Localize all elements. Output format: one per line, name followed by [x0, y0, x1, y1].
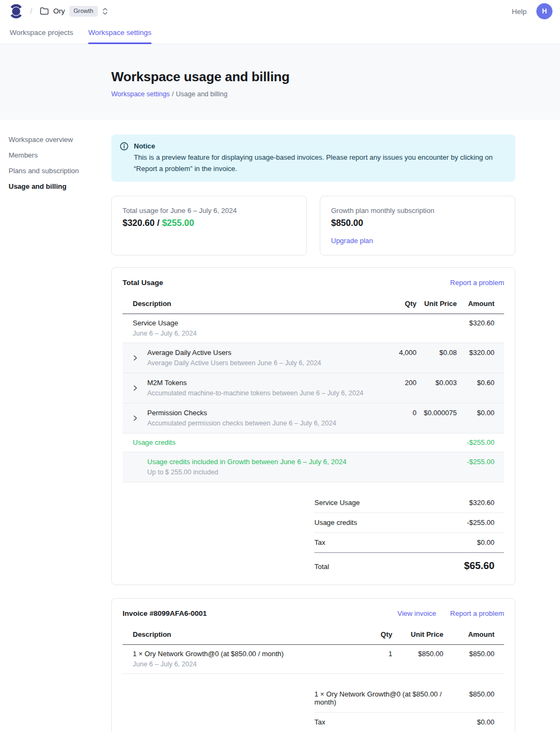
- summary-row-usage-credits: Usage credits -$255.00: [314, 513, 504, 533]
- column-amount: Amount: [443, 630, 494, 639]
- workspace-tabs: Workspace projects Workspace settings: [0, 23, 560, 44]
- folder-icon: [40, 7, 49, 15]
- table-row-permission-checks[interactable]: Permission Checks Accumulated permission…: [123, 403, 504, 433]
- sidebar-item-members[interactable]: Members: [0, 147, 111, 163]
- settings-sidebar: Workspace overview Members Plans and sub…: [0, 120, 111, 194]
- row-amount: -$255.00: [457, 438, 494, 447]
- row-amount: $320.60: [457, 319, 494, 328]
- row-title: Usage credits: [133, 438, 175, 447]
- subscription-card-amount: $850.00: [331, 218, 504, 228]
- row-amount: $0.00: [457, 409, 494, 417]
- breadcrumb-current: Usage and billing: [176, 90, 227, 98]
- row-title: Service Usage: [133, 319, 197, 328]
- workspace-name: Ory: [53, 7, 65, 15]
- column-description: Description: [133, 630, 360, 639]
- summary-row-service-usage: Service Usage $320.60: [314, 493, 504, 513]
- sidebar-item-usage-and-billing[interactable]: Usage and billing: [0, 179, 111, 194]
- total-usage-panel: Total Usage Report a problem Description…: [111, 267, 515, 585]
- row-qty: 1: [360, 650, 392, 658]
- breadcrumb-separator: /: [172, 90, 174, 98]
- row-qty: 4,000: [376, 349, 417, 357]
- summary-row-subscription: 1 × Ory Network Growth@0 (at $850.00 / m…: [314, 685, 504, 713]
- chevron-right-icon[interactable]: [133, 385, 147, 391]
- usage-credit-amount: $255.00: [162, 218, 194, 228]
- usage-panel-title: Total Usage: [123, 279, 450, 287]
- workspace-switcher[interactable]: Ory Growth: [40, 6, 108, 17]
- usage-summary: Service Usage $320.60 Usage credits -$25…: [314, 493, 504, 574]
- total-usage-card-label: Total usage for June 6 – July 6, 2024: [123, 207, 296, 215]
- invoice-summary: 1 × Ory Network Growth@0 (at $850.00 / m…: [314, 685, 504, 732]
- summary-row-tax: Tax $0.00: [314, 533, 504, 553]
- row-amount: $320.00: [457, 349, 494, 357]
- breadcrumb-link-workspace-settings[interactable]: Workspace settings: [111, 90, 170, 98]
- ory-logo-icon[interactable]: [10, 3, 23, 19]
- notice-banner: Notice This is a preview feature for dis…: [111, 134, 515, 182]
- column-amount: Amount: [457, 300, 494, 308]
- row-subtitle: Accumulated permission checks between Ju…: [147, 420, 336, 428]
- table-row-growth-subscription: 1 × Ory Network Growth@0 (at $850.00 / m…: [123, 645, 504, 674]
- column-unit-price: Unit Price: [392, 630, 443, 639]
- column-unit-price: Unit Price: [417, 300, 457, 308]
- table-row-service-usage: Service Usage June 6 – July 6, 2024 $320…: [123, 314, 504, 343]
- row-subtitle: June 6 – July 6, 2024: [133, 330, 197, 338]
- table-row-average-daily-active-users[interactable]: Average Daily Active Users Average Daily…: [123, 343, 504, 373]
- row-subtitle: Average Daily Active Users between June …: [147, 359, 321, 367]
- help-link[interactable]: Help: [512, 8, 527, 16]
- topbar: / Ory Growth Help H: [0, 0, 560, 23]
- summary-row-tax: Tax $0.00: [314, 713, 504, 732]
- row-subtitle: Up to $ 255.00 included: [147, 468, 347, 477]
- row-title: Average Daily Active Users: [147, 349, 321, 357]
- row-subtitle: Accumulated machine-to-machine tokens be…: [147, 389, 363, 397]
- tab-workspace-projects[interactable]: Workspace projects: [10, 23, 73, 44]
- row-unit-price: $0.08: [417, 349, 457, 357]
- view-invoice-link[interactable]: View invoice: [398, 609, 436, 617]
- page-title: Workspace usage and billing: [111, 69, 560, 84]
- page-head: Workspace usage and billing Workspace se…: [0, 44, 560, 120]
- workspace-plan-badge: Growth: [69, 6, 98, 17]
- invoice-panel-title: Invoice #8099AFA6-0001: [123, 609, 398, 617]
- table-row-usage-credits-detail: Usage credits included in Growth between…: [123, 452, 504, 482]
- subscription-card-label: Growth plan monthly subscription: [331, 207, 504, 215]
- report-a-problem-link[interactable]: Report a problem: [450, 279, 504, 287]
- upgrade-plan-link[interactable]: Upgrade plan: [331, 237, 373, 245]
- total-usage-card: Total usage for June 6 – July 6, 2024 $3…: [111, 196, 307, 255]
- row-unit-price: $0.003: [417, 379, 457, 387]
- main-content: Notice This is a preview feature for dis…: [111, 120, 515, 732]
- usage-table-header: Description Qty Unit Price Amount: [123, 295, 504, 314]
- row-title: 1 × Ory Network Growth@0 (at $850.00 / m…: [133, 650, 284, 658]
- chevron-right-icon[interactable]: [133, 355, 147, 361]
- row-unit-price: $0.000075: [417, 409, 457, 417]
- column-qty: Qty: [376, 300, 417, 308]
- row-title: Permission Checks: [147, 409, 336, 417]
- sidebar-item-workspace-overview[interactable]: Workspace overview: [0, 132, 111, 147]
- row-subtitle: June 6 – July 6, 2024: [133, 660, 284, 669]
- avatar[interactable]: H: [536, 3, 552, 19]
- row-qty: 200: [376, 379, 417, 387]
- row-amount: $0.60: [457, 379, 494, 387]
- notice-title: Notice: [134, 141, 507, 152]
- row-title: M2M Tokens: [147, 379, 363, 387]
- column-qty: Qty: [360, 630, 392, 639]
- breadcrumb: Workspace settings/Usage and billing: [111, 90, 560, 98]
- report-a-problem-link[interactable]: Report a problem: [450, 609, 504, 617]
- summary-total: Total $65.60: [314, 553, 504, 574]
- total-usage-card-amount: $320.60 / $255.00: [123, 218, 296, 228]
- info-icon: [120, 142, 128, 174]
- table-row-m2m-tokens[interactable]: M2M Tokens Accumulated machine-to-machin…: [123, 373, 504, 403]
- table-row-usage-credits: Usage credits -$255.00: [123, 433, 504, 452]
- up-down-chevrons-icon[interactable]: [102, 7, 108, 16]
- row-title: Usage credits included in Growth between…: [147, 458, 347, 466]
- notice-body: This is a preview feature for displaying…: [134, 152, 507, 175]
- row-amount: -$255.00: [457, 458, 494, 466]
- chevron-right-icon[interactable]: [133, 415, 147, 421]
- row-qty: 0: [376, 409, 417, 417]
- path-separator: /: [30, 7, 32, 16]
- column-description: Description: [133, 300, 376, 308]
- sidebar-item-plans-and-subscription[interactable]: Plans and subscription: [0, 163, 111, 179]
- row-unit-price: $850.00: [392, 650, 443, 658]
- tab-workspace-settings[interactable]: Workspace settings: [88, 23, 152, 44]
- invoice-panel: Invoice #8099AFA6-0001 View invoice Repo…: [111, 598, 515, 732]
- row-amount: $850.00: [443, 650, 494, 658]
- invoice-table-header: Description Qty Unit Price Amount: [123, 626, 504, 645]
- subscription-card: Growth plan monthly subscription $850.00…: [320, 196, 515, 255]
